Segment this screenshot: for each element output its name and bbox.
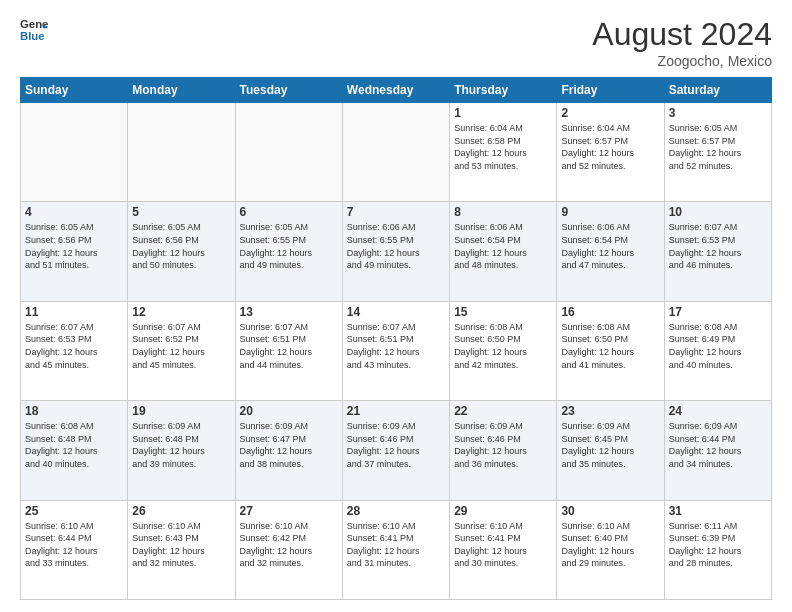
cell-info: Sunrise: 6:07 AM Sunset: 6:51 PM Dayligh… bbox=[347, 321, 445, 371]
header: General Blue August 2024 Zoogocho, Mexic… bbox=[20, 16, 772, 69]
cell-info: Sunrise: 6:07 AM Sunset: 6:53 PM Dayligh… bbox=[25, 321, 123, 371]
day-number: 29 bbox=[454, 504, 552, 518]
calendar-cell: 28Sunrise: 6:10 AM Sunset: 6:41 PM Dayli… bbox=[342, 500, 449, 599]
cell-info: Sunrise: 6:09 AM Sunset: 6:46 PM Dayligh… bbox=[347, 420, 445, 470]
day-number: 18 bbox=[25, 404, 123, 418]
day-header-friday: Friday bbox=[557, 78, 664, 103]
svg-text:Blue: Blue bbox=[20, 30, 45, 42]
calendar-cell: 2Sunrise: 6:04 AM Sunset: 6:57 PM Daylig… bbox=[557, 103, 664, 202]
cell-info: Sunrise: 6:06 AM Sunset: 6:54 PM Dayligh… bbox=[561, 221, 659, 271]
cell-info: Sunrise: 6:10 AM Sunset: 6:43 PM Dayligh… bbox=[132, 520, 230, 570]
day-number: 24 bbox=[669, 404, 767, 418]
cell-info: Sunrise: 6:09 AM Sunset: 6:45 PM Dayligh… bbox=[561, 420, 659, 470]
cell-info: Sunrise: 6:10 AM Sunset: 6:42 PM Dayligh… bbox=[240, 520, 338, 570]
cell-info: Sunrise: 6:06 AM Sunset: 6:54 PM Dayligh… bbox=[454, 221, 552, 271]
day-number: 23 bbox=[561, 404, 659, 418]
cell-info: Sunrise: 6:04 AM Sunset: 6:58 PM Dayligh… bbox=[454, 122, 552, 172]
cell-info: Sunrise: 6:09 AM Sunset: 6:44 PM Dayligh… bbox=[669, 420, 767, 470]
calendar-cell: 12Sunrise: 6:07 AM Sunset: 6:52 PM Dayli… bbox=[128, 301, 235, 400]
calendar-cell bbox=[128, 103, 235, 202]
day-number: 14 bbox=[347, 305, 445, 319]
day-number: 20 bbox=[240, 404, 338, 418]
day-number: 25 bbox=[25, 504, 123, 518]
calendar-cell: 3Sunrise: 6:05 AM Sunset: 6:57 PM Daylig… bbox=[664, 103, 771, 202]
day-number: 4 bbox=[25, 205, 123, 219]
week-row-2: 4Sunrise: 6:05 AM Sunset: 6:56 PM Daylig… bbox=[21, 202, 772, 301]
day-header-sunday: Sunday bbox=[21, 78, 128, 103]
day-number: 30 bbox=[561, 504, 659, 518]
cell-info: Sunrise: 6:08 AM Sunset: 6:50 PM Dayligh… bbox=[561, 321, 659, 371]
calendar-cell: 16Sunrise: 6:08 AM Sunset: 6:50 PM Dayli… bbox=[557, 301, 664, 400]
day-number: 16 bbox=[561, 305, 659, 319]
month-year: August 2024 bbox=[592, 16, 772, 53]
cell-info: Sunrise: 6:08 AM Sunset: 6:49 PM Dayligh… bbox=[669, 321, 767, 371]
calendar-cell: 30Sunrise: 6:10 AM Sunset: 6:40 PM Dayli… bbox=[557, 500, 664, 599]
calendar-cell: 20Sunrise: 6:09 AM Sunset: 6:47 PM Dayli… bbox=[235, 401, 342, 500]
cell-info: Sunrise: 6:09 AM Sunset: 6:47 PM Dayligh… bbox=[240, 420, 338, 470]
day-number: 12 bbox=[132, 305, 230, 319]
calendar-cell: 9Sunrise: 6:06 AM Sunset: 6:54 PM Daylig… bbox=[557, 202, 664, 301]
day-number: 5 bbox=[132, 205, 230, 219]
calendar-cell: 1Sunrise: 6:04 AM Sunset: 6:58 PM Daylig… bbox=[450, 103, 557, 202]
day-number: 27 bbox=[240, 504, 338, 518]
calendar-cell: 17Sunrise: 6:08 AM Sunset: 6:49 PM Dayli… bbox=[664, 301, 771, 400]
calendar-cell: 24Sunrise: 6:09 AM Sunset: 6:44 PM Dayli… bbox=[664, 401, 771, 500]
calendar-cell: 7Sunrise: 6:06 AM Sunset: 6:55 PM Daylig… bbox=[342, 202, 449, 301]
day-number: 31 bbox=[669, 504, 767, 518]
calendar-cell: 10Sunrise: 6:07 AM Sunset: 6:53 PM Dayli… bbox=[664, 202, 771, 301]
cell-info: Sunrise: 6:08 AM Sunset: 6:48 PM Dayligh… bbox=[25, 420, 123, 470]
day-number: 22 bbox=[454, 404, 552, 418]
cell-info: Sunrise: 6:10 AM Sunset: 6:41 PM Dayligh… bbox=[347, 520, 445, 570]
day-number: 17 bbox=[669, 305, 767, 319]
calendar-cell: 23Sunrise: 6:09 AM Sunset: 6:45 PM Dayli… bbox=[557, 401, 664, 500]
day-number: 2 bbox=[561, 106, 659, 120]
calendar-cell: 11Sunrise: 6:07 AM Sunset: 6:53 PM Dayli… bbox=[21, 301, 128, 400]
page: General Blue August 2024 Zoogocho, Mexic… bbox=[0, 0, 792, 612]
cell-info: Sunrise: 6:07 AM Sunset: 6:52 PM Dayligh… bbox=[132, 321, 230, 371]
header-row: SundayMondayTuesdayWednesdayThursdayFrid… bbox=[21, 78, 772, 103]
cell-info: Sunrise: 6:07 AM Sunset: 6:53 PM Dayligh… bbox=[669, 221, 767, 271]
calendar-table: SundayMondayTuesdayWednesdayThursdayFrid… bbox=[20, 77, 772, 600]
location: Zoogocho, Mexico bbox=[592, 53, 772, 69]
calendar-cell: 8Sunrise: 6:06 AM Sunset: 6:54 PM Daylig… bbox=[450, 202, 557, 301]
cell-info: Sunrise: 6:05 AM Sunset: 6:56 PM Dayligh… bbox=[25, 221, 123, 271]
cell-info: Sunrise: 6:09 AM Sunset: 6:46 PM Dayligh… bbox=[454, 420, 552, 470]
calendar-cell: 19Sunrise: 6:09 AM Sunset: 6:48 PM Dayli… bbox=[128, 401, 235, 500]
calendar-cell bbox=[342, 103, 449, 202]
week-row-1: 1Sunrise: 6:04 AM Sunset: 6:58 PM Daylig… bbox=[21, 103, 772, 202]
calendar-cell: 21Sunrise: 6:09 AM Sunset: 6:46 PM Dayli… bbox=[342, 401, 449, 500]
calendar-cell: 18Sunrise: 6:08 AM Sunset: 6:48 PM Dayli… bbox=[21, 401, 128, 500]
day-header-tuesday: Tuesday bbox=[235, 78, 342, 103]
calendar-cell: 22Sunrise: 6:09 AM Sunset: 6:46 PM Dayli… bbox=[450, 401, 557, 500]
day-number: 15 bbox=[454, 305, 552, 319]
calendar-cell bbox=[21, 103, 128, 202]
day-header-monday: Monday bbox=[128, 78, 235, 103]
day-number: 9 bbox=[561, 205, 659, 219]
calendar-cell: 25Sunrise: 6:10 AM Sunset: 6:44 PM Dayli… bbox=[21, 500, 128, 599]
day-number: 1 bbox=[454, 106, 552, 120]
logo-icon: General Blue bbox=[20, 16, 48, 44]
day-header-wednesday: Wednesday bbox=[342, 78, 449, 103]
day-header-saturday: Saturday bbox=[664, 78, 771, 103]
cell-info: Sunrise: 6:05 AM Sunset: 6:56 PM Dayligh… bbox=[132, 221, 230, 271]
calendar-cell: 6Sunrise: 6:05 AM Sunset: 6:55 PM Daylig… bbox=[235, 202, 342, 301]
day-number: 19 bbox=[132, 404, 230, 418]
logo: General Blue bbox=[20, 16, 48, 44]
cell-info: Sunrise: 6:04 AM Sunset: 6:57 PM Dayligh… bbox=[561, 122, 659, 172]
day-number: 11 bbox=[25, 305, 123, 319]
day-header-thursday: Thursday bbox=[450, 78, 557, 103]
calendar-cell: 14Sunrise: 6:07 AM Sunset: 6:51 PM Dayli… bbox=[342, 301, 449, 400]
week-row-3: 11Sunrise: 6:07 AM Sunset: 6:53 PM Dayli… bbox=[21, 301, 772, 400]
day-number: 21 bbox=[347, 404, 445, 418]
cell-info: Sunrise: 6:05 AM Sunset: 6:55 PM Dayligh… bbox=[240, 221, 338, 271]
cell-info: Sunrise: 6:05 AM Sunset: 6:57 PM Dayligh… bbox=[669, 122, 767, 172]
cell-info: Sunrise: 6:11 AM Sunset: 6:39 PM Dayligh… bbox=[669, 520, 767, 570]
calendar-cell: 13Sunrise: 6:07 AM Sunset: 6:51 PM Dayli… bbox=[235, 301, 342, 400]
day-number: 8 bbox=[454, 205, 552, 219]
calendar-cell: 15Sunrise: 6:08 AM Sunset: 6:50 PM Dayli… bbox=[450, 301, 557, 400]
week-row-4: 18Sunrise: 6:08 AM Sunset: 6:48 PM Dayli… bbox=[21, 401, 772, 500]
cell-info: Sunrise: 6:07 AM Sunset: 6:51 PM Dayligh… bbox=[240, 321, 338, 371]
day-number: 13 bbox=[240, 305, 338, 319]
day-number: 26 bbox=[132, 504, 230, 518]
calendar-cell bbox=[235, 103, 342, 202]
